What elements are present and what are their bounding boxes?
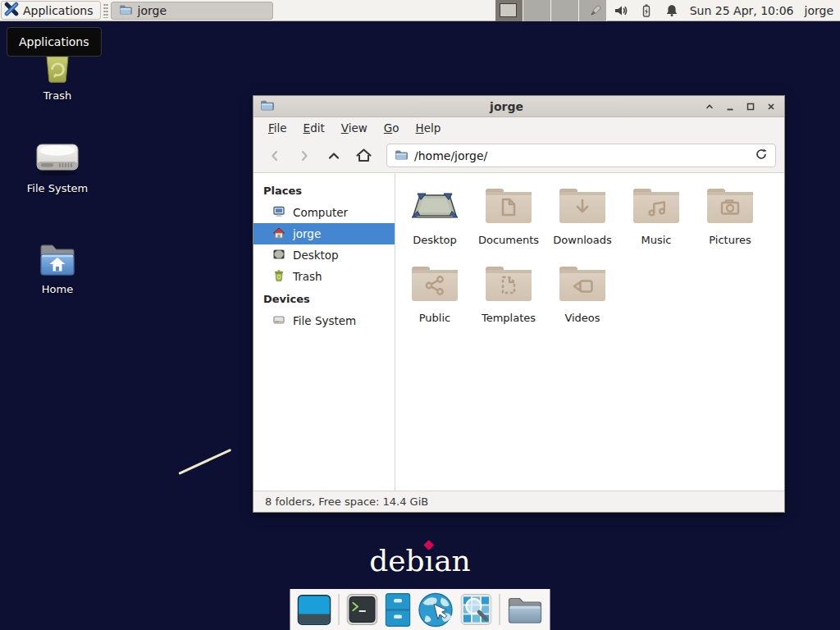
window-title: jorge <box>336 100 678 113</box>
volume-tray-icon[interactable] <box>614 3 628 18</box>
sidebar-item-label: Computer <box>293 206 348 219</box>
sidebar-item-trash[interactable]: Trash <box>253 266 395 287</box>
wallpaper-accent-line <box>178 449 231 475</box>
notifications-bell-icon[interactable] <box>664 3 679 18</box>
panel-handle[interactable] <box>103 3 108 18</box>
back-button[interactable] <box>262 143 288 169</box>
desktop: Applications jorge <box>0 0 840 630</box>
places-header: Places <box>253 179 395 202</box>
top-panel: Applications jorge <box>0 0 840 21</box>
folder-pictures-icon <box>705 185 755 228</box>
file-item-public[interactable]: Public <box>398 258 472 336</box>
window-folder-icon <box>260 98 274 114</box>
folder-music-icon <box>632 185 681 228</box>
file-manager-window: jorge File Edit View Go Help <box>253 95 785 513</box>
folder-public-icon <box>410 262 459 306</box>
shade-button[interactable] <box>703 100 716 113</box>
devices-header: Devices <box>253 287 395 310</box>
battery-tray-icon[interactable] <box>639 3 654 18</box>
hard-drive-icon <box>272 313 285 329</box>
folder-templates-icon <box>484 262 533 306</box>
toolbar: /home/jorge/ <box>253 139 784 173</box>
bottom-dock <box>290 589 550 630</box>
desktop-icon-file-system[interactable]: File System <box>4 139 111 194</box>
desktop-icon-label: File System <box>4 182 111 194</box>
places-sidebar: Places Computer <box>253 173 395 491</box>
show-desktop-button[interactable] <box>298 595 331 625</box>
sidebar-item-label: Desktop <box>293 249 339 262</box>
sidebar-item-label: File System <box>293 314 356 327</box>
file-item-label: Videos <box>564 312 600 324</box>
path-input[interactable]: /home/jorge/ <box>414 149 748 162</box>
file-item-label: Pictures <box>709 234 751 246</box>
status-bar: 8 folders, Free space: 14.4 GiB <box>253 491 784 512</box>
file-item-documents[interactable]: Documents <box>472 180 546 258</box>
clock[interactable]: Sun 25 Apr, 10:06 <box>690 4 794 17</box>
reload-icon[interactable] <box>755 148 768 164</box>
applications-tooltip: Applications <box>7 27 102 57</box>
xfce-logo-icon <box>4 2 19 19</box>
sidebar-item-file-system[interactable]: File System <box>253 310 395 331</box>
dock-separator <box>500 594 500 625</box>
file-item-label: Templates <box>482 312 536 324</box>
taskbar-window-button[interactable]: jorge <box>111 2 273 20</box>
forward-button[interactable] <box>291 143 317 169</box>
desktop-icon-home[interactable]: Home <box>4 240 111 295</box>
home-folder-icon <box>4 240 111 278</box>
menu-view[interactable]: View <box>333 118 376 138</box>
folder-icon <box>395 148 408 163</box>
minimize-button[interactable] <box>724 100 737 113</box>
applications-menu-label: Applications <box>23 4 94 17</box>
applications-menu-button[interactable]: Applications <box>1 1 101 20</box>
stylus-tray-icon[interactable] <box>587 3 603 19</box>
menu-file[interactable]: File <box>260 118 295 138</box>
window-content: Places Computer <box>253 173 784 491</box>
file-item-music[interactable]: Music <box>619 180 693 258</box>
file-item-desktop[interactable]: Desktop <box>398 180 472 258</box>
desktop-icon-label: Home <box>4 283 111 295</box>
file-item-label: Downloads <box>553 234 611 246</box>
trash-icon <box>272 269 285 285</box>
desktop-icon <box>272 248 285 263</box>
desktop-icon-label: Trash <box>4 89 111 102</box>
application-finder-launcher[interactable] <box>461 594 492 625</box>
sidebar-item-desktop[interactable]: Desktop <box>253 244 395 266</box>
house-icon <box>272 226 285 242</box>
folder-videos-icon <box>558 262 607 306</box>
hard-drive-icon <box>4 139 111 177</box>
web-browser-launcher[interactable] <box>418 592 454 628</box>
workspace-2[interactable] <box>523 0 551 21</box>
sidebar-item-jorge[interactable]: jorge <box>253 223 395 244</box>
user-menu[interactable]: jorge <box>805 4 833 17</box>
workspace-window-preview <box>500 3 517 17</box>
folder-menu-launcher[interactable] <box>508 596 543 624</box>
sidebar-item-label: jorge <box>293 227 321 240</box>
maximize-button[interactable] <box>744 100 757 113</box>
home-button[interactable] <box>350 143 377 169</box>
window-controls <box>703 100 778 113</box>
terminal-launcher[interactable] <box>347 594 378 625</box>
location-bar[interactable]: /home/jorge/ <box>386 144 776 167</box>
folder-documents-icon <box>484 185 533 228</box>
file-item-label: Music <box>641 234 672 246</box>
workspace-1[interactable] <box>495 0 523 21</box>
file-item-label: Public <box>419 312 450 324</box>
file-item-videos[interactable]: Videos <box>546 258 619 336</box>
file-item-downloads[interactable]: Downloads <box>546 180 619 258</box>
file-item-label: Desktop <box>413 234 457 246</box>
file-grid: Desktop Documents <box>395 173 784 491</box>
workspace-3[interactable] <box>551 0 579 21</box>
menu-go[interactable]: Go <box>376 118 408 138</box>
close-button[interactable] <box>765 100 778 113</box>
window-titlebar[interactable]: jorge <box>253 96 784 117</box>
debian-logo-text: debian <box>369 544 471 578</box>
up-button[interactable] <box>321 143 347 169</box>
menu-edit[interactable]: Edit <box>295 118 333 138</box>
sidebar-item-computer[interactable]: Computer <box>253 202 395 223</box>
menu-help[interactable]: Help <box>408 118 450 138</box>
computer-icon <box>272 205 285 221</box>
file-cabinet-launcher[interactable] <box>386 593 411 627</box>
file-item-pictures[interactable]: Pictures <box>693 180 767 258</box>
file-item-templates[interactable]: Templates <box>472 258 546 336</box>
dock-separator <box>339 594 340 625</box>
